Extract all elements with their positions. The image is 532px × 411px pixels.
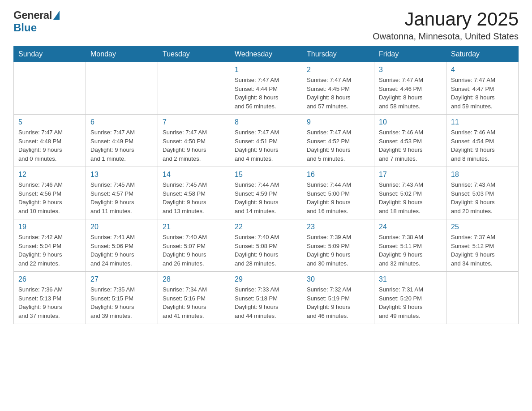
calendar-cell: 28Sunrise: 7:34 AM Sunset: 5:16 PM Dayli… <box>158 272 230 324</box>
weekday-header-row: SundayMondayTuesdayWednesdayThursdayFrid… <box>14 47 519 62</box>
day-info: Sunrise: 7:47 AM Sunset: 4:49 PM Dayligh… <box>90 128 153 163</box>
day-info: Sunrise: 7:41 AM Sunset: 5:06 PM Dayligh… <box>90 233 153 268</box>
calendar-cell: 6Sunrise: 7:47 AM Sunset: 4:49 PM Daylig… <box>86 115 158 167</box>
calendar-cell <box>14 62 86 115</box>
day-info: Sunrise: 7:45 AM Sunset: 4:57 PM Dayligh… <box>90 180 153 215</box>
day-info: Sunrise: 7:47 AM Sunset: 4:52 PM Dayligh… <box>307 128 369 163</box>
day-number: 19 <box>18 223 81 231</box>
weekday-header-thursday: Thursday <box>302 47 374 62</box>
day-number: 14 <box>163 171 225 179</box>
day-info: Sunrise: 7:44 AM Sunset: 5:00 PM Dayligh… <box>307 180 369 215</box>
day-number: 26 <box>18 275 81 283</box>
calendar-cell: 2Sunrise: 7:47 AM Sunset: 4:45 PM Daylig… <box>302 62 374 115</box>
calendar-cell: 29Sunrise: 7:33 AM Sunset: 5:18 PM Dayli… <box>230 272 302 324</box>
day-info: Sunrise: 7:40 AM Sunset: 5:08 PM Dayligh… <box>235 233 297 268</box>
logo: General Blue <box>13 9 60 34</box>
day-number: 29 <box>235 275 297 283</box>
calendar-cell: 27Sunrise: 7:35 AM Sunset: 5:15 PM Dayli… <box>86 272 158 324</box>
title-block: January 2025 Owatonna, Minnesota, United… <box>373 9 519 42</box>
day-number: 27 <box>90 275 153 283</box>
calendar-cell: 12Sunrise: 7:46 AM Sunset: 4:56 PM Dayli… <box>14 167 86 219</box>
day-number: 31 <box>379 275 442 283</box>
page-header: General Blue January 2025 Owatonna, Minn… <box>13 9 519 42</box>
calendar-week-row: 1Sunrise: 7:47 AM Sunset: 4:44 PM Daylig… <box>14 62 519 115</box>
day-info: Sunrise: 7:35 AM Sunset: 5:15 PM Dayligh… <box>90 285 153 320</box>
calendar-cell: 11Sunrise: 7:46 AM Sunset: 4:54 PM Dayli… <box>446 115 519 167</box>
calendar-cell: 18Sunrise: 7:43 AM Sunset: 5:03 PM Dayli… <box>446 167 519 219</box>
day-info: Sunrise: 7:42 AM Sunset: 5:04 PM Dayligh… <box>18 233 81 268</box>
day-number: 24 <box>379 223 442 231</box>
calendar-cell: 31Sunrise: 7:31 AM Sunset: 5:20 PM Dayli… <box>374 272 446 324</box>
day-info: Sunrise: 7:45 AM Sunset: 4:58 PM Dayligh… <box>163 180 225 215</box>
weekday-header-wednesday: Wednesday <box>230 47 302 62</box>
day-number: 16 <box>307 171 369 179</box>
day-number: 28 <box>163 275 225 283</box>
day-number: 30 <box>307 275 369 283</box>
calendar-title: January 2025 <box>373 9 519 30</box>
day-info: Sunrise: 7:31 AM Sunset: 5:20 PM Dayligh… <box>379 285 442 320</box>
day-number: 1 <box>235 66 297 74</box>
logo-triangle-icon <box>53 11 60 20</box>
day-info: Sunrise: 7:43 AM Sunset: 5:03 PM Dayligh… <box>451 180 514 215</box>
day-number: 15 <box>235 171 297 179</box>
day-info: Sunrise: 7:32 AM Sunset: 5:19 PM Dayligh… <box>307 285 369 320</box>
calendar-table: SundayMondayTuesdayWednesdayThursdayFrid… <box>13 46 519 324</box>
day-number: 12 <box>18 171 81 179</box>
calendar-cell: 16Sunrise: 7:44 AM Sunset: 5:00 PM Dayli… <box>302 167 374 219</box>
calendar-week-row: 12Sunrise: 7:46 AM Sunset: 4:56 PM Dayli… <box>14 167 519 219</box>
calendar-cell: 30Sunrise: 7:32 AM Sunset: 5:19 PM Dayli… <box>302 272 374 324</box>
calendar-cell: 4Sunrise: 7:47 AM Sunset: 4:47 PM Daylig… <box>446 62 519 115</box>
weekday-header-saturday: Saturday <box>446 47 519 62</box>
day-number: 11 <box>451 118 514 126</box>
calendar-cell: 19Sunrise: 7:42 AM Sunset: 5:04 PM Dayli… <box>14 219 86 272</box>
day-info: Sunrise: 7:46 AM Sunset: 4:56 PM Dayligh… <box>18 180 81 215</box>
calendar-cell <box>446 272 519 324</box>
day-number: 9 <box>307 118 369 126</box>
day-info: Sunrise: 7:47 AM Sunset: 4:48 PM Dayligh… <box>18 128 81 163</box>
calendar-subtitle: Owatonna, Minnesota, United States <box>373 31 519 42</box>
day-number: 25 <box>451 223 514 231</box>
calendar-cell: 9Sunrise: 7:47 AM Sunset: 4:52 PM Daylig… <box>302 115 374 167</box>
day-info: Sunrise: 7:38 AM Sunset: 5:11 PM Dayligh… <box>379 233 442 268</box>
calendar-cell <box>158 62 230 115</box>
calendar-cell: 25Sunrise: 7:37 AM Sunset: 5:12 PM Dayli… <box>446 219 519 272</box>
day-number: 17 <box>379 171 442 179</box>
day-info: Sunrise: 7:47 AM Sunset: 4:44 PM Dayligh… <box>235 76 297 111</box>
calendar-cell: 22Sunrise: 7:40 AM Sunset: 5:08 PM Dayli… <box>230 219 302 272</box>
day-number: 3 <box>379 66 442 74</box>
logo-general-text: General <box>13 9 52 21</box>
calendar-cell: 21Sunrise: 7:40 AM Sunset: 5:07 PM Dayli… <box>158 219 230 272</box>
logo-blue-text: Blue <box>13 21 37 34</box>
day-number: 20 <box>90 223 153 231</box>
weekday-header-sunday: Sunday <box>14 47 86 62</box>
day-info: Sunrise: 7:47 AM Sunset: 4:50 PM Dayligh… <box>163 128 225 163</box>
day-number: 10 <box>379 118 442 126</box>
calendar-cell: 3Sunrise: 7:47 AM Sunset: 4:46 PM Daylig… <box>374 62 446 115</box>
day-info: Sunrise: 7:44 AM Sunset: 4:59 PM Dayligh… <box>235 180 297 215</box>
weekday-header-monday: Monday <box>86 47 158 62</box>
day-number: 13 <box>90 171 153 179</box>
day-number: 23 <box>307 223 369 231</box>
weekday-header-tuesday: Tuesday <box>158 47 230 62</box>
day-number: 6 <box>90 118 153 126</box>
day-number: 8 <box>235 118 297 126</box>
calendar-cell: 8Sunrise: 7:47 AM Sunset: 4:51 PM Daylig… <box>230 115 302 167</box>
calendar-cell: 7Sunrise: 7:47 AM Sunset: 4:50 PM Daylig… <box>158 115 230 167</box>
day-number: 4 <box>451 66 514 74</box>
calendar-cell: 1Sunrise: 7:47 AM Sunset: 4:44 PM Daylig… <box>230 62 302 115</box>
day-info: Sunrise: 7:33 AM Sunset: 5:18 PM Dayligh… <box>235 285 297 320</box>
calendar-cell: 5Sunrise: 7:47 AM Sunset: 4:48 PM Daylig… <box>14 115 86 167</box>
calendar-cell: 20Sunrise: 7:41 AM Sunset: 5:06 PM Dayli… <box>86 219 158 272</box>
day-number: 22 <box>235 223 297 231</box>
day-info: Sunrise: 7:47 AM Sunset: 4:46 PM Dayligh… <box>379 76 442 111</box>
day-info: Sunrise: 7:46 AM Sunset: 4:54 PM Dayligh… <box>451 128 514 163</box>
calendar-cell: 13Sunrise: 7:45 AM Sunset: 4:57 PM Dayli… <box>86 167 158 219</box>
day-info: Sunrise: 7:43 AM Sunset: 5:02 PM Dayligh… <box>379 180 442 215</box>
calendar-cell: 14Sunrise: 7:45 AM Sunset: 4:58 PM Dayli… <box>158 167 230 219</box>
calendar-cell: 10Sunrise: 7:46 AM Sunset: 4:53 PM Dayli… <box>374 115 446 167</box>
day-number: 21 <box>163 223 225 231</box>
day-info: Sunrise: 7:39 AM Sunset: 5:09 PM Dayligh… <box>307 233 369 268</box>
day-info: Sunrise: 7:34 AM Sunset: 5:16 PM Dayligh… <box>163 285 225 320</box>
calendar-week-row: 26Sunrise: 7:36 AM Sunset: 5:13 PM Dayli… <box>14 272 519 324</box>
day-info: Sunrise: 7:47 AM Sunset: 4:45 PM Dayligh… <box>307 76 369 111</box>
